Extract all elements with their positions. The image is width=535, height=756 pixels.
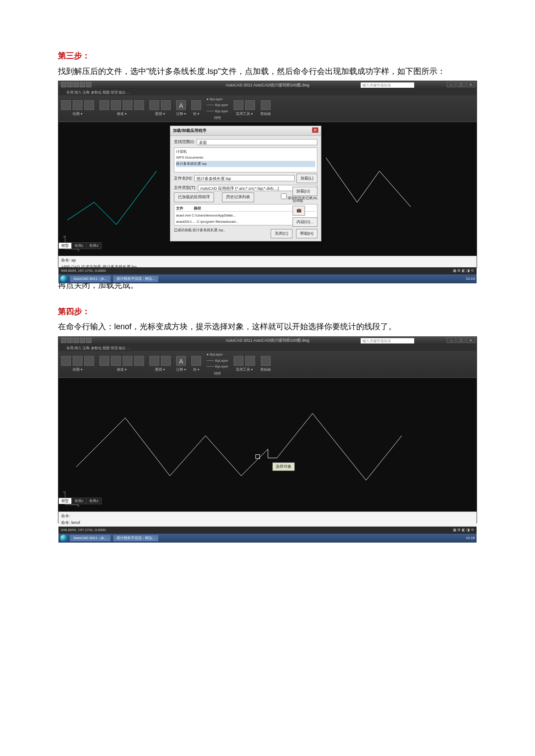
appload-dialog: 加载/卸载应用程序 × 查找范围(I): 桌面 计算机 WPS Document… <box>170 126 321 241</box>
cmd-line-1: 命令: <box>61 513 474 519</box>
app-title: AutoCAD 2011 AutoCAD统计描写框100图.dwg <box>226 337 309 344</box>
command-line[interactable]: 命令: 命令: lenof 选择对象: | <box>58 511 477 527</box>
titlebar: AutoCAD 2011 AutoCAD统计描写框100图.dwg 键入关键字或… <box>58 337 477 345</box>
qa-open-icon[interactable] <box>67 82 73 87</box>
svg-text:X: X <box>77 504 80 507</box>
ribbon-utils[interactable]: 实用工具 ▾ <box>234 356 255 373</box>
app-title: AutoCAD 2011 AutoCAD统计描写框100图.dwg <box>226 82 309 89</box>
status-bar: 698.8659, 197.1741, 0.0000 ▦ ⊞ ◧ ◨ ⟲ <box>58 527 477 534</box>
maximize-button[interactable]: □ <box>457 338 465 343</box>
filename-label: 文件名(N): <box>174 175 193 182</box>
start-button-icon[interactable] <box>60 535 67 542</box>
list-item[interactable]: WPS Documents <box>176 155 315 161</box>
titlebar: AutoCAD 2011 AutoCAD统计描写框100图.dwg 键入关键字或… <box>58 81 477 89</box>
ribbon-draw[interactable]: 绘图 ▾ <box>61 356 94 373</box>
ribbon-annotate[interactable]: A 注释 ▾ <box>176 356 186 373</box>
step4-text: 在命令行输入：lenof，光标变成方块，提示选择对象，这样就可以开始选择你要统计… <box>58 320 477 334</box>
coords: 698.8659, 197.1741, 0.0000 <box>61 527 106 533</box>
filename-input[interactable]: 统计多条线长度.lsp <box>194 175 295 181</box>
filetype-label: 文件类型(T): <box>174 184 196 191</box>
drawing-canvas[interactable]: 选择对象 XY <box>58 378 477 511</box>
file-browser[interactable]: 计算机 WPS Documents 统计多条线长度.lsp <box>174 147 317 172</box>
ribbon-annotate[interactable]: A 注释 ▾ <box>176 100 186 117</box>
qa-save-icon[interactable] <box>74 338 79 343</box>
start-button-icon[interactable] <box>60 275 67 282</box>
command-line[interactable]: 命令: ap APPLOAD 已成功加载 统计多条线长度.lsp。 <box>58 256 477 267</box>
ribbon-block[interactable]: 块 ▾ <box>191 356 201 373</box>
qa-new-icon[interactable] <box>61 82 66 87</box>
close-button[interactable]: × <box>466 338 475 343</box>
maximize-button[interactable]: □ <box>457 82 465 87</box>
look-in-dropdown[interactable]: 桌面 <box>197 139 317 145</box>
ribbon-layers[interactable]: 图层 ▾ <box>149 100 171 117</box>
history-tab[interactable]: 历史记录列表 <box>222 192 254 202</box>
unload-button[interactable]: 卸载(U) <box>292 187 318 196</box>
select-tooltip: 选择对象 <box>272 462 295 471</box>
taskbar-item[interactable]: AutoCAD 2011 - [A... <box>70 535 111 541</box>
qa-save-icon[interactable] <box>74 82 79 87</box>
windows-taskbar[interactable]: AutoCAD 2011 - [A... 统计线长不仅仅 - 画法... 11:… <box>58 274 477 283</box>
cmd-line-2: 命令: lenof <box>61 519 474 526</box>
ribbon-clipboard[interactable]: 剪贴板 <box>260 100 271 117</box>
search-box[interactable]: 键入关键字或短语 <box>361 338 414 343</box>
menu-tabs[interactable]: 常用 插入 注释 参数化 视图 管理 输出 ... <box>58 345 477 351</box>
contents-button[interactable]: 内容(O)... <box>292 217 318 227</box>
qa-undo-icon[interactable] <box>80 338 85 343</box>
qa-new-icon[interactable] <box>61 338 66 343</box>
ribbon-layers[interactable]: 图层 ▾ <box>149 356 171 373</box>
ribbon-clipboard[interactable]: 剪贴板 <box>260 356 271 373</box>
list-item[interactable]: 统计多条线长度.lsp <box>176 161 315 167</box>
ribbon-utils[interactable]: 实用工具 ▾ <box>234 100 255 117</box>
windows-taskbar[interactable]: AutoCAD 2011 - [A... 统计线长不仅仅 - 画法... 11:… <box>58 534 477 543</box>
ribbon: 绘图 ▾ 修改 ▾ 图层 ▾ A 注释 ▾ 块 ▾ ● ByLayer ─── … <box>58 95 477 122</box>
pick-cursor-icon <box>255 454 260 459</box>
ribbon-properties[interactable]: ● ByLayer ─── ByLayer ─── ByLayer 特性 <box>206 96 228 121</box>
look-in-label: 查找范围(I): <box>174 139 195 145</box>
startup-label: 启动组 <box>292 198 318 204</box>
step4-heading: 第四步： <box>58 305 477 319</box>
drawing-canvas[interactable]: XY 加载/卸载应用程序 × 查找范围(I): 桌面 计算机 WPS Docum… <box>58 122 477 256</box>
svg-text:Y: Y <box>63 490 66 494</box>
close-dialog-button[interactable]: 关闭(C) <box>271 229 292 238</box>
clock: 11:15 <box>466 535 475 541</box>
list-item[interactable]: 计算机 <box>176 149 315 155</box>
ribbon-modify[interactable]: 修改 ▾ <box>99 100 144 117</box>
step3-text: 找到解压后的文件，选中"统计多条线长度.lsp"文件，点加载，然后命令行会出现加… <box>58 65 477 78</box>
qa-open-icon[interactable] <box>67 338 73 343</box>
menu-tabs[interactable]: 常用 插入 注释 参数化 视图 管理 输出 ... <box>58 89 477 95</box>
model-tabs[interactable]: 模型布局1布局2 <box>58 498 101 504</box>
qa-redo-icon[interactable] <box>86 338 91 343</box>
ribbon-draw[interactable]: 绘图 ▾ <box>61 100 94 117</box>
screenshot-step3: AutoCAD 2011 AutoCAD统计描写框100图.dwg 键入关键字或… <box>58 81 477 268</box>
minimize-button[interactable]: − <box>447 82 456 87</box>
quick-access-toolbar[interactable] <box>61 338 91 343</box>
qa-undo-icon[interactable] <box>80 82 85 87</box>
load-button[interactable]: 加载(L) <box>296 174 317 183</box>
loaded-apps-tab[interactable]: 已加载的应用程序 <box>174 192 214 202</box>
ribbon-block[interactable]: 块 ▾ <box>191 100 201 117</box>
minimize-button[interactable]: − <box>447 338 456 343</box>
svg-text:Y: Y <box>63 235 66 239</box>
add-history-checkbox[interactable] <box>281 193 287 199</box>
clock: 11:13 <box>466 276 475 282</box>
ribbon: 绘图 ▾ 修改 ▾ 图层 ▾ A 注释 ▾ 块 ▾ ● ByLayer ─── … <box>58 351 477 378</box>
taskbar-item[interactable]: 统计线长不仅仅 - 画法... <box>113 276 159 282</box>
ribbon-properties[interactable]: ● ByLayer ─── ByLayer ─── ByLayer 特性 <box>206 351 228 376</box>
dialog-title: 加载/卸载应用程序 <box>173 127 206 134</box>
ribbon-modify[interactable]: 修改 ▾ <box>99 356 144 373</box>
help-button[interactable]: 帮助(H) <box>296 229 318 238</box>
quick-access-toolbar[interactable] <box>61 82 91 87</box>
model-tabs[interactable]: 模型布局1布局2 <box>58 243 101 249</box>
screenshot-step4: AutoCAD 2011 AutoCAD统计描写框100图.dwg 键入关键字或… <box>58 336 477 523</box>
taskbar-item[interactable]: AutoCAD 2011 - [A... <box>70 276 111 282</box>
cmd-line-1: 命令: ap <box>61 257 474 264</box>
close-button[interactable]: × <box>466 82 475 87</box>
step3-heading: 第三步： <box>58 49 477 63</box>
qa-redo-icon[interactable] <box>86 82 91 87</box>
taskbar-item[interactable]: 统计线长不仅仅 - 画法... <box>113 535 159 541</box>
search-box[interactable]: 键入关键字或短语 <box>361 82 414 88</box>
dialog-close-icon[interactable]: × <box>312 127 318 133</box>
coords: 698.8659, 197.1741, 0.0000 <box>61 268 106 274</box>
